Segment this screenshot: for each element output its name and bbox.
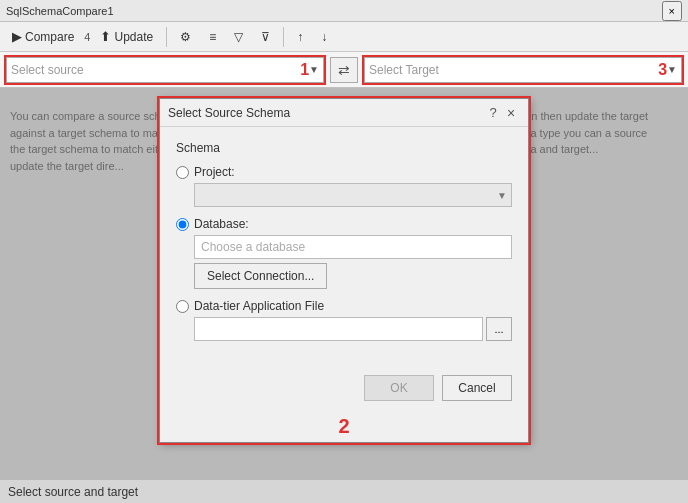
source-select-container: Select source 1 ▼ xyxy=(6,57,324,83)
source-select-text: Select source xyxy=(11,63,296,77)
target-select[interactable]: Select Target 3 ▼ xyxy=(364,57,682,83)
toolbar-number-4: 4 xyxy=(84,31,90,43)
swap-button[interactable]: ⇄ xyxy=(330,57,358,83)
title-bar-close-button[interactable]: × xyxy=(662,1,682,21)
project-option: Project: ▼ xyxy=(176,165,512,207)
browse-icon: ... xyxy=(494,323,503,335)
database-radio-label[interactable]: Database: xyxy=(176,217,512,231)
select-connection-button[interactable]: Select Connection... xyxy=(194,263,327,289)
target-select-container: Select Target 3 ▼ xyxy=(364,57,682,83)
project-radio-label[interactable]: Project: xyxy=(176,165,512,179)
status-bar: Select source and target xyxy=(0,479,688,503)
gear-button[interactable]: ⚙ xyxy=(172,25,199,49)
compare-button[interactable]: ▶ Compare xyxy=(4,25,82,49)
toolbar: ▶ Compare 4 ⬆ Update ⚙ ≡ ▽ ⊽ ↑ ↓ xyxy=(0,22,688,52)
project-label-text: Project: xyxy=(194,165,235,179)
update-button[interactable]: ⬆ Update xyxy=(92,25,161,49)
list-icon-button[interactable]: ≡ xyxy=(201,25,224,49)
compare-icon: ▶ xyxy=(12,29,22,44)
filter-icon: ▽ xyxy=(234,30,243,44)
title-bar-text: SqlSchemaCompare1 xyxy=(6,5,662,17)
gear-icon: ⚙ xyxy=(180,30,191,44)
select-connection-label: Select Connection... xyxy=(207,269,314,283)
list-icon: ≡ xyxy=(209,30,216,44)
toolbar-separator-1 xyxy=(166,27,167,47)
data-tier-option: Data-tier Application File ... xyxy=(176,299,512,341)
dialog-label-2: 2 xyxy=(338,415,349,437)
database-option: Database: Select Connection... xyxy=(176,217,512,289)
project-field[interactable]: ▼ xyxy=(194,183,512,207)
data-tier-label-text: Data-tier Application File xyxy=(194,299,324,313)
target-dropdown-arrow-icon: ▼ xyxy=(667,64,677,75)
update-icon: ⬆ xyxy=(100,29,111,44)
toolbar-separator-2 xyxy=(283,27,284,47)
compare-label: Compare xyxy=(25,30,74,44)
down-icon: ↓ xyxy=(321,30,327,44)
target-select-text: Select Target xyxy=(369,63,654,77)
title-bar: SqlSchemaCompare1 × xyxy=(0,0,688,22)
up-button[interactable]: ↑ xyxy=(289,25,311,49)
dialog-ok-button[interactable]: OK xyxy=(364,375,434,401)
data-tier-field-row: ... xyxy=(194,317,512,341)
up-icon: ↑ xyxy=(297,30,303,44)
database-label-text: Database: xyxy=(194,217,249,231)
dialog-title-bar: Select Source Schema ? × xyxy=(160,99,528,127)
project-radio[interactable] xyxy=(176,166,189,179)
filter-icon-button[interactable]: ▽ xyxy=(226,25,251,49)
source-dropdown-arrow-icon: ▼ xyxy=(309,64,319,75)
dialog-overlay: Select Source Schema ? × Schema Project:… xyxy=(0,88,688,479)
schema-section-label: Schema xyxy=(176,141,512,155)
database-radio[interactable] xyxy=(176,218,189,231)
data-tier-input[interactable] xyxy=(194,317,483,341)
select-source-dialog: Select Source Schema ? × Schema Project:… xyxy=(159,98,529,443)
status-bar-text: Select source and target xyxy=(8,485,138,499)
dialog-close-button[interactable]: × xyxy=(502,104,520,122)
data-tier-radio-label[interactable]: Data-tier Application File xyxy=(176,299,512,313)
source-label-1: 1 xyxy=(300,61,309,79)
dialog-footer: OK Cancel xyxy=(160,365,528,415)
dialog-title-text: Select Source Schema xyxy=(168,106,484,120)
swap-icon: ⇄ xyxy=(338,62,350,78)
dialog-content: Schema Project: ▼ Database: xyxy=(160,127,528,365)
filter2-icon: ⊽ xyxy=(261,30,270,44)
main-area: You can compare a source schema against … xyxy=(0,88,688,479)
down-button[interactable]: ↓ xyxy=(313,25,335,49)
source-target-row: Select source 1 ▼ ⇄ Select Target 3 ▼ xyxy=(0,52,688,88)
dialog-help-button[interactable]: ? xyxy=(484,104,502,122)
database-input[interactable] xyxy=(194,235,512,259)
project-dropdown-arrow-icon: ▼ xyxy=(497,190,507,201)
source-select[interactable]: Select source 1 ▼ xyxy=(6,57,324,83)
dialog-cancel-button[interactable]: Cancel xyxy=(442,375,512,401)
target-label-3: 3 xyxy=(658,61,667,79)
data-tier-browse-button[interactable]: ... xyxy=(486,317,512,341)
update-label: Update xyxy=(114,30,153,44)
data-tier-radio[interactable] xyxy=(176,300,189,313)
filter2-icon-button[interactable]: ⊽ xyxy=(253,25,278,49)
